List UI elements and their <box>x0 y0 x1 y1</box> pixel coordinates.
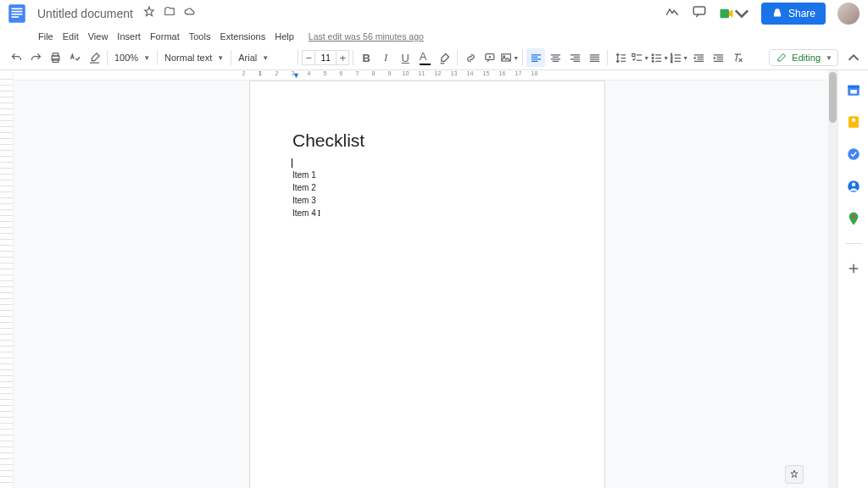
vertical-scrollbar[interactable] <box>828 70 837 488</box>
svg-point-14 <box>652 53 654 55</box>
font-size-value[interactable]: 11 <box>315 50 336 65</box>
svg-rect-5 <box>693 7 705 14</box>
contacts-icon[interactable] <box>846 179 861 194</box>
menu-view[interactable]: View <box>84 29 113 44</box>
font-size-increase[interactable]: + <box>336 50 349 65</box>
menu-insert[interactable]: Insert <box>113 29 145 44</box>
cloud-status-icon[interactable] <box>184 6 196 21</box>
comments-icon[interactable] <box>692 4 707 23</box>
font-size-control[interactable]: − 11 + <box>302 50 349 65</box>
paint-format-button[interactable] <box>85 48 103 67</box>
docs-app-icon[interactable] <box>5 2 29 25</box>
zoom-select[interactable]: 100%▼ <box>111 48 153 67</box>
svg-rect-4 <box>12 16 19 18</box>
text-color-button[interactable]: A <box>415 48 434 67</box>
svg-rect-1 <box>12 8 23 10</box>
calendar-icon[interactable] <box>846 82 861 97</box>
side-panel <box>837 70 868 488</box>
mode-select[interactable]: Editing ▼ <box>769 49 838 66</box>
style-select[interactable]: Normal text▼ <box>161 48 227 67</box>
numbered-list-button[interactable]: 123▼ <box>670 48 688 67</box>
meet-icon[interactable] <box>719 6 749 21</box>
align-center-button[interactable] <box>546 48 565 67</box>
star-icon[interactable] <box>143 6 155 21</box>
svg-rect-2 <box>12 11 23 13</box>
svg-point-24 <box>851 119 855 123</box>
undo-button[interactable] <box>7 48 25 67</box>
last-edit-link[interactable]: Last edit was 56 minutes ago <box>304 29 428 44</box>
explore-button[interactable] <box>785 465 804 484</box>
keep-icon[interactable] <box>846 114 861 130</box>
mode-label: Editing <box>792 53 821 63</box>
insert-image-button[interactable]: ▼ <box>500 48 519 67</box>
menu-help[interactable]: Help <box>270 29 298 44</box>
menu-extensions[interactable]: Extensions <box>215 29 270 44</box>
menu-tools[interactable]: Tools <box>185 29 215 44</box>
vertical-ruler[interactable] <box>0 70 14 488</box>
svg-text:3: 3 <box>671 59 673 63</box>
svg-rect-22 <box>850 90 857 94</box>
svg-point-28 <box>852 215 855 219</box>
svg-rect-6 <box>720 9 729 19</box>
highlight-button[interactable] <box>435 48 453 67</box>
list-item[interactable]: Item 4I <box>292 207 562 219</box>
bold-button[interactable]: B <box>357 48 376 67</box>
list-item[interactable]: Item 2 <box>292 181 562 194</box>
collapse-toolbar-button[interactable] <box>844 48 863 67</box>
scrollbar-thumb[interactable] <box>829 72 837 123</box>
text-caret-icon: I <box>318 207 320 219</box>
bulleted-list-button[interactable]: ▼ <box>650 48 669 67</box>
svg-point-25 <box>848 148 860 160</box>
spellcheck-button[interactable] <box>65 48 84 67</box>
share-label: Share <box>788 8 815 19</box>
svg-rect-8 <box>53 53 58 55</box>
toolbar: 100%▼ Normal text▼ Arial▼ − 11 + B I U A… <box>0 46 868 69</box>
tasks-icon[interactable] <box>846 147 861 162</box>
print-button[interactable] <box>46 48 64 67</box>
account-avatar[interactable] <box>837 3 860 25</box>
checklist-button[interactable]: ▼ <box>631 48 649 67</box>
document-title[interactable]: Untitled document <box>34 5 136 22</box>
horizontal-ruler[interactable]: 21 123456789101112131415161718 ▼ <box>14 70 837 80</box>
menu-format[interactable]: Format <box>146 29 184 44</box>
align-justify-button[interactable] <box>585 48 604 67</box>
insert-link-button[interactable] <box>461 48 480 67</box>
align-left-button[interactable] <box>526 48 545 67</box>
align-right-button[interactable] <box>565 48 584 67</box>
clear-formatting-button[interactable] <box>728 48 747 67</box>
font-select[interactable]: Arial▼ <box>235 48 294 67</box>
svg-rect-21 <box>848 86 860 88</box>
list-item[interactable]: Item 3 <box>292 194 562 207</box>
document-heading[interactable]: Checklist <box>292 130 562 151</box>
menu-bar: File Edit View Insert Format Tools Exten… <box>0 27 868 46</box>
list-item[interactable]: Item 1 <box>292 169 562 181</box>
maps-icon[interactable] <box>846 211 861 226</box>
add-addon-icon[interactable] <box>846 261 861 276</box>
share-button[interactable]: Share <box>761 3 826 25</box>
document-canvas[interactable]: 21 123456789101112131415161718 ▼ Checkli… <box>14 70 837 488</box>
menu-file[interactable]: File <box>34 29 58 44</box>
activity-icon[interactable] <box>665 4 680 23</box>
move-icon[interactable] <box>164 6 175 21</box>
redo-button[interactable] <box>26 48 45 67</box>
italic-button[interactable]: I <box>376 48 395 67</box>
menu-edit[interactable]: Edit <box>58 29 83 44</box>
insert-comment-button[interactable] <box>481 48 499 67</box>
svg-point-15 <box>652 57 654 58</box>
decrease-indent-button[interactable] <box>689 48 708 67</box>
svg-rect-13 <box>632 53 635 56</box>
svg-rect-3 <box>12 14 23 15</box>
indent-marker[interactable]: ▼ <box>292 71 300 80</box>
svg-point-16 <box>652 60 654 62</box>
svg-point-27 <box>851 183 855 187</box>
underline-button[interactable]: U <box>396 48 415 67</box>
document-page[interactable]: Checklist Item 1 Item 2 Item 3 Item 4I <box>249 80 605 488</box>
line-spacing-button[interactable] <box>611 48 630 67</box>
increase-indent-button[interactable] <box>709 48 727 67</box>
text-cursor-line[interactable] <box>292 156 562 169</box>
font-size-decrease[interactable]: − <box>302 50 315 65</box>
